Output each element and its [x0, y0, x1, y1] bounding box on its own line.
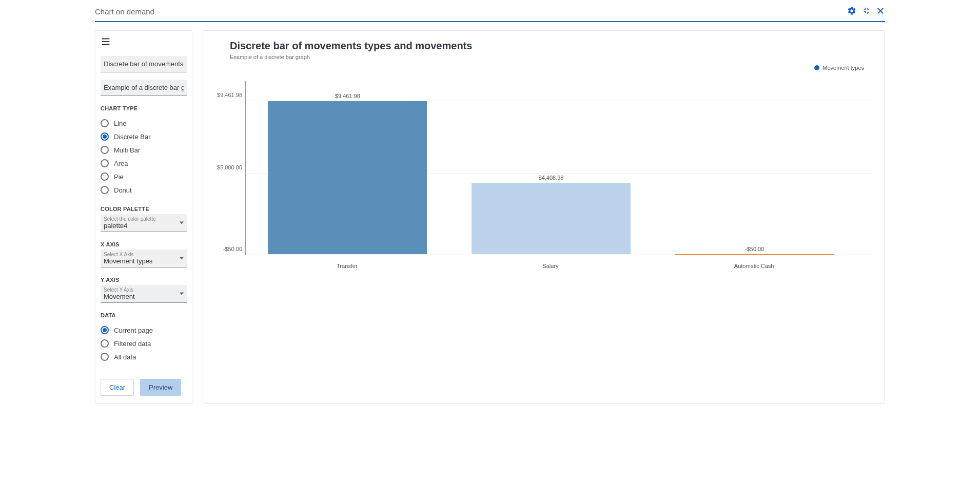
category-label: Automatic Cash [675, 263, 834, 269]
x-axis-label: X AXIS [101, 241, 187, 247]
radio-icon [101, 119, 109, 127]
radio-label: Donut [114, 186, 132, 194]
close-icon[interactable] [876, 6, 885, 17]
radio-icon [101, 173, 109, 181]
clear-button[interactable]: Clear [101, 379, 134, 396]
category-label: Transfer [267, 263, 426, 269]
y-tick-label: -$50.00 [223, 246, 242, 252]
chart-type-option-line[interactable]: Line [101, 117, 187, 130]
radio-icon [101, 339, 109, 348]
data-label: DATA [101, 312, 187, 318]
bar-salary[interactable]: $4,408.98 [472, 101, 631, 255]
chart-subtitle-input[interactable] [101, 80, 187, 96]
config-sidebar: CHART TYPE LineDiscrete BarMulti BarArea… [95, 30, 192, 404]
radio-label: All data [114, 353, 136, 361]
bar-value-label: $9,461.98 [268, 93, 427, 99]
page-title: Chart on demand [95, 7, 154, 16]
chart-title-input[interactable] [101, 56, 187, 72]
chevron-down-icon [180, 293, 184, 295]
radio-icon [101, 353, 109, 361]
radio-label: Discrete Bar [114, 133, 151, 141]
radio-label: Area [114, 160, 128, 167]
bar-value-label: -$50.00 [675, 246, 834, 252]
color-palette-label: COLOR PALETTE [101, 206, 187, 212]
radio-icon [101, 159, 109, 167]
bar-transfer[interactable]: $9,461.98 [268, 101, 427, 255]
radio-label: Filtered data [114, 340, 151, 348]
chart-type-option-pie[interactable]: Pie [101, 170, 187, 183]
y-tick-label: $9,461.98 [217, 92, 242, 98]
radio-label: Multi Bar [114, 146, 140, 154]
y-tick-label: $5,000.00 [217, 164, 242, 170]
chart-type-option-donut[interactable]: Donut [101, 183, 187, 197]
y-axis-label: Y AXIS [101, 277, 187, 283]
chevron-down-icon [180, 257, 184, 260]
radio-icon [101, 146, 109, 154]
radio-icon [101, 326, 109, 334]
radio-label: Pie [114, 173, 124, 181]
radio-icon [101, 132, 109, 141]
chevron-down-icon [180, 222, 184, 224]
legend-dot-icon [814, 65, 819, 70]
gear-icon[interactable] [847, 6, 856, 17]
data-option-filtered-data[interactable]: Filtered data [101, 337, 187, 350]
chart-type-option-multi-bar[interactable]: Multi Bar [101, 143, 187, 157]
bar-automatic-cash[interactable]: -$50.00 [675, 101, 834, 255]
y-axis-select[interactable]: Select Y Axis Movement [101, 285, 187, 303]
chart-panel: Discrete bar of movements types and move… [203, 30, 885, 404]
chart-type-option-area[interactable]: Area [101, 157, 187, 170]
menu-icon[interactable] [101, 36, 187, 49]
chart-subtitle: Example of a discrete bar graph [230, 54, 873, 60]
collapse-icon[interactable] [861, 6, 871, 17]
radio-icon [101, 186, 109, 194]
data-option-all-data[interactable]: All data [101, 350, 187, 363]
chart-type-label: CHART TYPE [101, 105, 187, 111]
bar-value-label: $4,408.98 [472, 175, 631, 181]
data-option-current-page[interactable]: Current page [101, 323, 187, 337]
x-axis-select[interactable]: Select X Axis Movement types [101, 250, 187, 267]
chart-title: Discrete bar of movements types and move… [230, 40, 873, 52]
chart-type-option-discrete-bar[interactable]: Discrete Bar [101, 130, 187, 143]
legend-item[interactable]: Movement types [814, 65, 864, 71]
preview-button[interactable]: Preview [140, 379, 181, 396]
radio-label: Current page [114, 327, 153, 334]
color-palette-select[interactable]: Select the color palette palette4 [101, 214, 187, 232]
category-label: Salary [471, 263, 630, 269]
radio-label: Line [114, 120, 127, 127]
